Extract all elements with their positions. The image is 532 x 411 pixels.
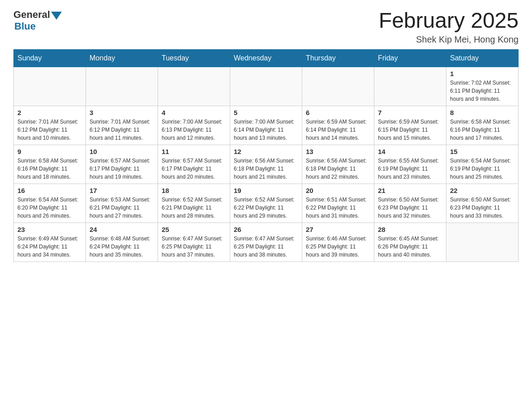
- logo-arrow-icon: [51, 12, 62, 20]
- day-number: 1: [450, 70, 515, 77]
- calendar-header-wednesday: Wednesday: [230, 49, 302, 67]
- calendar-day-cell: 24Sunrise: 6:48 AM Sunset: 6:24 PM Dayli…: [86, 223, 158, 261]
- calendar-day-cell: 26Sunrise: 6:47 AM Sunset: 6:25 PM Dayli…: [230, 223, 302, 261]
- calendar-header-saturday: Saturday: [446, 49, 519, 67]
- calendar-day-cell: 15Sunrise: 6:54 AM Sunset: 6:19 PM Dayli…: [446, 145, 519, 184]
- calendar-day-cell: 1Sunrise: 7:02 AM Sunset: 6:11 PM Daylig…: [446, 67, 519, 106]
- calendar-day-cell: 14Sunrise: 6:55 AM Sunset: 6:19 PM Dayli…: [374, 145, 446, 184]
- month-title: February 2025: [379, 9, 519, 33]
- day-info: Sunrise: 6:45 AM Sunset: 6:26 PM Dayligh…: [378, 235, 442, 259]
- calendar-day-cell: [14, 67, 86, 106]
- calendar-day-cell: [158, 67, 230, 106]
- day-info: Sunrise: 6:53 AM Sunset: 6:21 PM Dayligh…: [90, 196, 154, 220]
- day-number: 26: [234, 226, 298, 233]
- day-info: Sunrise: 6:50 AM Sunset: 6:23 PM Dayligh…: [378, 196, 442, 220]
- calendar-day-cell: 13Sunrise: 6:56 AM Sunset: 6:18 PM Dayli…: [302, 145, 374, 184]
- calendar-day-cell: [446, 223, 519, 261]
- day-info: Sunrise: 6:57 AM Sunset: 6:17 PM Dayligh…: [162, 157, 226, 181]
- calendar-day-cell: [86, 67, 158, 106]
- day-number: 17: [90, 187, 154, 194]
- calendar-day-cell: 22Sunrise: 6:50 AM Sunset: 6:23 PM Dayli…: [446, 184, 519, 223]
- calendar-day-cell: 10Sunrise: 6:57 AM Sunset: 6:17 PM Dayli…: [86, 145, 158, 184]
- day-info: Sunrise: 6:56 AM Sunset: 6:18 PM Dayligh…: [306, 157, 370, 181]
- calendar-day-cell: 23Sunrise: 6:49 AM Sunset: 6:24 PM Dayli…: [14, 223, 86, 261]
- day-info: Sunrise: 6:48 AM Sunset: 6:24 PM Dayligh…: [90, 235, 154, 259]
- calendar-header-thursday: Thursday: [302, 49, 374, 67]
- day-info: Sunrise: 6:50 AM Sunset: 6:23 PM Dayligh…: [450, 196, 515, 220]
- day-number: 28: [378, 226, 442, 233]
- day-number: 11: [162, 148, 226, 155]
- calendar-day-cell: 28Sunrise: 6:45 AM Sunset: 6:26 PM Dayli…: [374, 223, 446, 261]
- day-info: Sunrise: 6:47 AM Sunset: 6:25 PM Dayligh…: [234, 235, 298, 259]
- calendar-day-cell: 12Sunrise: 6:56 AM Sunset: 6:18 PM Dayli…: [230, 145, 302, 184]
- day-info: Sunrise: 6:54 AM Sunset: 6:20 PM Dayligh…: [17, 196, 82, 220]
- day-number: 20: [306, 187, 370, 194]
- day-number: 18: [162, 187, 226, 194]
- calendar-week-row: 23Sunrise: 6:49 AM Sunset: 6:24 PM Dayli…: [14, 223, 519, 261]
- calendar-day-cell: 6Sunrise: 6:59 AM Sunset: 6:14 PM Daylig…: [302, 106, 374, 145]
- day-number: 12: [234, 148, 298, 155]
- calendar-day-cell: 17Sunrise: 6:53 AM Sunset: 6:21 PM Dayli…: [86, 184, 158, 223]
- calendar-day-cell: 3Sunrise: 7:01 AM Sunset: 6:12 PM Daylig…: [86, 106, 158, 145]
- day-number: 10: [90, 148, 154, 155]
- day-info: Sunrise: 6:52 AM Sunset: 6:22 PM Dayligh…: [234, 196, 298, 220]
- day-number: 6: [306, 109, 370, 116]
- calendar-header-sunday: Sunday: [14, 49, 86, 67]
- day-number: 27: [306, 226, 370, 233]
- calendar-header-friday: Friday: [374, 49, 446, 67]
- calendar-week-row: 9Sunrise: 6:58 AM Sunset: 6:16 PM Daylig…: [14, 145, 519, 184]
- day-number: 24: [90, 226, 154, 233]
- calendar-day-cell: 25Sunrise: 6:47 AM Sunset: 6:25 PM Dayli…: [158, 223, 230, 261]
- day-number: 19: [234, 187, 298, 194]
- day-info: Sunrise: 7:00 AM Sunset: 6:14 PM Dayligh…: [234, 118, 298, 142]
- day-info: Sunrise: 6:49 AM Sunset: 6:24 PM Dayligh…: [17, 235, 82, 259]
- day-number: 23: [17, 226, 82, 233]
- day-number: 15: [450, 148, 515, 155]
- calendar-week-row: 16Sunrise: 6:54 AM Sunset: 6:20 PM Dayli…: [14, 184, 519, 223]
- day-info: Sunrise: 6:59 AM Sunset: 6:15 PM Dayligh…: [378, 118, 442, 142]
- calendar-header-tuesday: Tuesday: [158, 49, 230, 67]
- calendar-day-cell: 4Sunrise: 7:00 AM Sunset: 6:13 PM Daylig…: [158, 106, 230, 145]
- day-number: 22: [450, 187, 515, 194]
- day-info: Sunrise: 6:57 AM Sunset: 6:17 PM Dayligh…: [90, 157, 154, 181]
- calendar-table: SundayMondayTuesdayWednesdayThursdayFrid…: [13, 49, 519, 262]
- day-number: 2: [17, 109, 82, 116]
- day-info: Sunrise: 6:52 AM Sunset: 6:21 PM Dayligh…: [162, 196, 226, 220]
- day-info: Sunrise: 6:58 AM Sunset: 6:16 PM Dayligh…: [450, 118, 515, 142]
- day-info: Sunrise: 7:02 AM Sunset: 6:11 PM Dayligh…: [450, 79, 515, 103]
- day-number: 13: [306, 148, 370, 155]
- day-number: 25: [162, 226, 226, 233]
- day-info: Sunrise: 7:01 AM Sunset: 6:12 PM Dayligh…: [17, 118, 82, 142]
- day-info: Sunrise: 6:47 AM Sunset: 6:25 PM Dayligh…: [162, 235, 226, 259]
- logo-general-text: General: [13, 9, 50, 21]
- logo: General Blue: [13, 9, 62, 32]
- calendar-day-cell: 20Sunrise: 6:51 AM Sunset: 6:22 PM Dayli…: [302, 184, 374, 223]
- day-number: 5: [234, 109, 298, 116]
- calendar-day-cell: [230, 67, 302, 106]
- calendar-day-cell: 5Sunrise: 7:00 AM Sunset: 6:14 PM Daylig…: [230, 106, 302, 145]
- calendar-day-cell: [374, 67, 446, 106]
- day-number: 14: [378, 148, 442, 155]
- calendar-day-cell: 9Sunrise: 6:58 AM Sunset: 6:16 PM Daylig…: [14, 145, 86, 184]
- calendar-day-cell: 21Sunrise: 6:50 AM Sunset: 6:23 PM Dayli…: [374, 184, 446, 223]
- title-block: February 2025 Shek Kip Mei, Hong Kong: [379, 9, 519, 45]
- day-info: Sunrise: 6:54 AM Sunset: 6:19 PM Dayligh…: [450, 157, 515, 181]
- location: Shek Kip Mei, Hong Kong: [379, 34, 519, 45]
- logo-blue-text: Blue: [14, 21, 62, 32]
- day-number: 9: [17, 148, 82, 155]
- calendar-week-row: 2Sunrise: 7:01 AM Sunset: 6:12 PM Daylig…: [14, 106, 519, 145]
- day-info: Sunrise: 6:59 AM Sunset: 6:14 PM Dayligh…: [306, 118, 370, 142]
- day-info: Sunrise: 6:56 AM Sunset: 6:18 PM Dayligh…: [234, 157, 298, 181]
- calendar-header-row: SundayMondayTuesdayWednesdayThursdayFrid…: [14, 49, 519, 67]
- calendar-day-cell: 2Sunrise: 7:01 AM Sunset: 6:12 PM Daylig…: [14, 106, 86, 145]
- calendar-day-cell: 27Sunrise: 6:46 AM Sunset: 6:25 PM Dayli…: [302, 223, 374, 261]
- calendar-day-cell: 8Sunrise: 6:58 AM Sunset: 6:16 PM Daylig…: [446, 106, 519, 145]
- calendar-day-cell: 19Sunrise: 6:52 AM Sunset: 6:22 PM Dayli…: [230, 184, 302, 223]
- page-header: General Blue February 2025 Shek Kip Mei,…: [13, 9, 519, 45]
- day-number: 8: [450, 109, 515, 116]
- day-number: 3: [90, 109, 154, 116]
- day-number: 4: [162, 109, 226, 116]
- day-info: Sunrise: 7:01 AM Sunset: 6:12 PM Dayligh…: [90, 118, 154, 142]
- calendar-day-cell: 18Sunrise: 6:52 AM Sunset: 6:21 PM Dayli…: [158, 184, 230, 223]
- calendar-day-cell: 16Sunrise: 6:54 AM Sunset: 6:20 PM Dayli…: [14, 184, 86, 223]
